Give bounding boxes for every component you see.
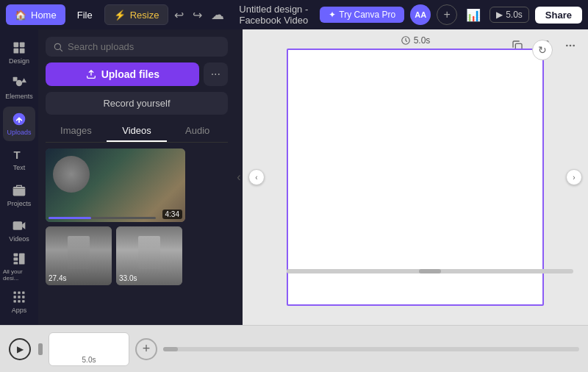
design-canvas: ↻ — [287, 49, 544, 306]
sidebar-item-uploads[interactable]: Uploads — [3, 107, 35, 141]
svg-rect-20 — [18, 296, 20, 298]
canvas-area: ‹ › 5.0s ↻ — [243, 29, 588, 325]
redo-button[interactable]: ↪ — [190, 5, 205, 25]
tab-audio[interactable]: Audio — [167, 121, 228, 142]
file-label: File — [77, 10, 93, 21]
file-button[interactable]: File — [68, 4, 101, 25]
svg-rect-2 — [14, 49, 19, 54]
add-button[interactable]: + — [437, 4, 457, 25]
home-icon: 🏠 — [15, 10, 26, 21]
duration-badge: ▶ 5.0s — [490, 7, 529, 23]
undo-button[interactable]: ↩ — [171, 5, 187, 25]
svg-rect-10 — [13, 221, 23, 230]
resize-button[interactable]: ⚡ Resize — [104, 4, 169, 25]
svg-rect-12 — [14, 253, 18, 256]
top-nav: 🏠 Home File ⚡ Resize ↩ ↪ ☁ Untitled desi… — [0, 0, 588, 29]
svg-marker-11 — [22, 222, 25, 229]
sidebar-item-apps[interactable]: Apps — [3, 285, 35, 320]
sidebar-videos-label: Videos — [9, 235, 29, 243]
resize-label: Resize — [130, 10, 159, 21]
sidebar-projects-label: Projects — [7, 200, 32, 207]
more-button[interactable]: ☁ — [208, 4, 227, 26]
document-title: Untitled design - Facebook Video — [230, 4, 317, 26]
svg-rect-19 — [14, 296, 16, 298]
timeline-clip[interactable]: 5.0s — [49, 332, 129, 366]
clock-icon — [401, 35, 411, 46]
svg-rect-24 — [22, 300, 24, 302]
svg-rect-15 — [19, 253, 25, 264]
timeline-scrollbar-thumb — [163, 347, 178, 351]
upload-more-button[interactable]: ··· — [204, 62, 228, 86]
media-thumb-bw2[interactable]: 33.0s — [116, 226, 182, 285]
svg-rect-21 — [22, 296, 24, 298]
sidebar-all-designs-label: All your desi... — [3, 268, 35, 282]
sidebar-item-text[interactable]: T Text — [3, 143, 35, 177]
canvas-scrollbar — [287, 269, 573, 273]
scroll-right-button[interactable]: › — [566, 169, 582, 185]
canvas-duration: 5.0s — [401, 35, 431, 46]
svg-rect-1 — [20, 42, 25, 47]
record-button[interactable]: Record yourself — [46, 92, 228, 115]
svg-rect-13 — [14, 257, 18, 260]
svg-line-26 — [60, 49, 62, 51]
canvas-rotate-button[interactable]: ↻ — [532, 40, 553, 60]
clip-duration-label: 5.0s — [81, 354, 98, 365]
sidebar-uploads-label: Uploads — [7, 129, 31, 136]
tab-videos[interactable]: Videos — [107, 121, 168, 142]
uploads-panel: Upload files ··· Record yourself Images … — [38, 29, 235, 325]
svg-rect-16 — [14, 292, 16, 294]
media-row-1: 4:34 — [46, 149, 228, 222]
search-input[interactable] — [68, 41, 220, 52]
svg-rect-9 — [13, 187, 26, 196]
upload-row: Upload files ··· — [46, 62, 228, 86]
analytics-icon[interactable]: 📊 — [463, 5, 484, 25]
sidebar-text-label: Text — [13, 164, 26, 171]
media-thumb-video1[interactable]: 4:34 — [46, 149, 185, 222]
svg-rect-23 — [18, 300, 20, 302]
sidebar-item-all-designs[interactable]: All your desi... — [3, 249, 35, 284]
sidebar-item-elements[interactable]: Elements — [3, 71, 35, 106]
upload-files-button[interactable]: Upload files — [46, 62, 199, 86]
share-button[interactable]: Share — [535, 7, 582, 24]
svg-rect-17 — [18, 292, 20, 294]
timeline-scrollbar[interactable] — [163, 347, 579, 351]
timeline: ▶ 5.0s + — [0, 325, 588, 372]
scroll-left-button[interactable]: ‹ — [248, 169, 265, 185]
timeline-track: 5.0s + — [38, 332, 579, 366]
avatar[interactable]: AA — [410, 4, 431, 25]
media-grid: 4:34 27.4s 33.0s — [46, 149, 228, 285]
canva-star-icon: ✦ — [329, 10, 336, 20]
home-button[interactable]: 🏠 Home — [6, 4, 65, 25]
icon-sidebar: Design Elements Uploads T Text Projects … — [0, 29, 38, 325]
upload-icon — [85, 68, 97, 80]
sidebar-item-design[interactable]: Design — [3, 35, 35, 70]
sidebar-design-label: Design — [9, 57, 29, 65]
duration-label-2: 27.4s — [49, 274, 66, 282]
svg-rect-3 — [20, 49, 25, 54]
play-button[interactable]: ▶ — [9, 338, 31, 360]
try-canva-button[interactable]: ✦ Try Canva Pro — [320, 7, 404, 23]
scrollbar-track[interactable] — [287, 269, 573, 273]
play-icon: ▶ — [496, 10, 503, 20]
scrollbar-thumb — [419, 269, 441, 273]
sidebar-item-videos[interactable]: Videos — [3, 214, 35, 248]
tab-images[interactable]: Images — [46, 121, 107, 142]
svg-point-25 — [54, 43, 60, 49]
svg-rect-18 — [22, 292, 24, 294]
media-thumb-bw1[interactable]: 27.4s — [46, 226, 112, 285]
search-box — [46, 37, 228, 57]
sidebar-item-projects[interactable]: Projects — [3, 178, 35, 212]
timeline-marker — [38, 343, 43, 355]
add-clip-button[interactable]: + — [135, 338, 157, 360]
resize-icon: ⚡ — [114, 10, 126, 21]
svg-rect-14 — [14, 262, 18, 264]
duration-label-1: 4:34 — [162, 210, 182, 219]
svg-rect-5 — [13, 77, 18, 82]
sidebar-elements-label: Elements — [5, 93, 33, 100]
nav-right: ✦ Try Canva Pro AA + 📊 ▶ 5.0s Share — [320, 4, 582, 25]
duration-label-3: 33.0s — [119, 274, 137, 282]
sidebar-apps-label: Apps — [12, 307, 27, 314]
collapse-handle[interactable] — [235, 29, 243, 325]
home-label: Home — [31, 10, 57, 21]
svg-marker-6 — [21, 79, 26, 83]
